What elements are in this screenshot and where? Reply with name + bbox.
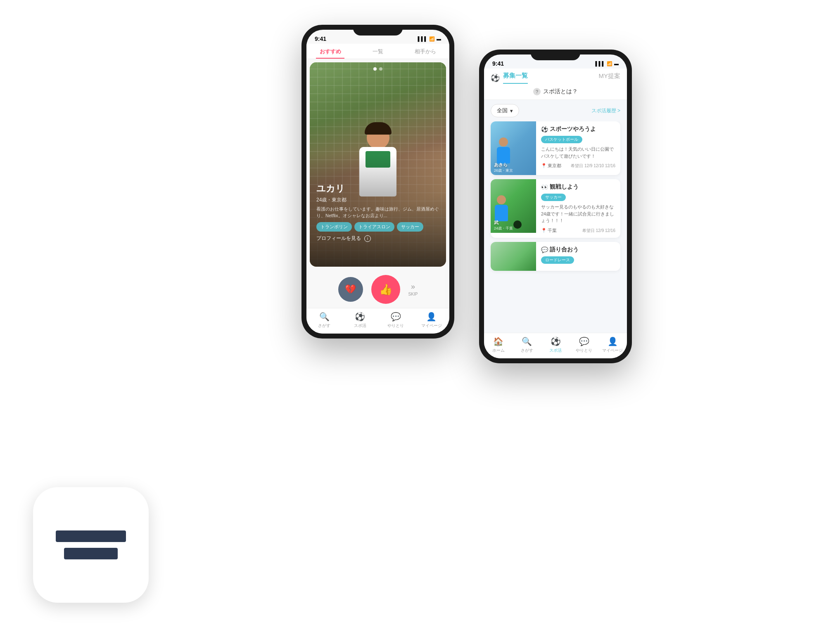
history-link[interactable]: スポ活履歴 > bbox=[591, 107, 620, 114]
like-button[interactable]: 👍 bbox=[371, 275, 400, 304]
wifi-icon: 📶 bbox=[429, 36, 435, 42]
right-nav-spokatsu[interactable]: ⚽ スポ活 bbox=[541, 336, 570, 353]
signal-icon: ▌▌▌ bbox=[418, 36, 427, 41]
person-icon: 👤 bbox=[426, 312, 437, 322]
filter-row: 全国 ▾ スポ活履歴 > bbox=[484, 100, 627, 121]
phones-container: 9:41 ▌▌▌ 📶 ▬ おすすめ 一覧 相手から bbox=[132, 25, 801, 619]
recruit-desc-1: こんにちは！天気のいい日に公園でバスケして遊びたいです！ bbox=[541, 146, 615, 159]
recruit-photo-2: 武 24歳・千葉 bbox=[491, 179, 536, 233]
right-chat-icon: 💬 bbox=[579, 336, 589, 346]
recruit-info-2: 👀 観戦しよう サッカー サッカー見るのもやるのも大好きな24歳です！一緒に試合… bbox=[536, 179, 620, 238]
right-person-icon: 👤 bbox=[608, 336, 618, 346]
recruit-meta-1: 📍 東京都 希望日 12/9 12/10 12/16 bbox=[541, 163, 615, 169]
skip-button[interactable]: » SKIP bbox=[408, 282, 418, 296]
nav-mypage-label: マイページ bbox=[421, 323, 442, 329]
nav-spokatsu[interactable]: ⚽ スポ活 bbox=[342, 312, 378, 329]
left-phone-screen: 9:41 ▌▌▌ 📶 ▬ おすすめ 一覧 相手から bbox=[306, 30, 449, 334]
tag-trampoline: トランポリン bbox=[316, 222, 352, 232]
chevron-down-icon: ▾ bbox=[510, 108, 513, 114]
right-nav-home[interactable]: 🏠 ホーム bbox=[484, 336, 513, 353]
profile-desc: 看護のお仕事をしています。趣味は旅行、ジム、居酒屋めぐり、Netflix。オシャ… bbox=[316, 206, 439, 219]
left-phone-notch bbox=[353, 25, 403, 36]
right-nav-mypage[interactable]: 👤 マイページ bbox=[598, 336, 627, 353]
right-status-icons: ▌▌▌ 📶 ▬ bbox=[596, 61, 619, 66]
tag-soccer: サッカー bbox=[397, 222, 423, 232]
left-phone: 9:41 ▌▌▌ 📶 ▬ おすすめ 一覧 相手から bbox=[301, 25, 454, 339]
action-buttons: 💔 👍 » SKIP bbox=[306, 270, 449, 308]
recruit-info-3: 💬 語り合おう ロードレース bbox=[536, 242, 620, 271]
right-wifi-icon: 📶 bbox=[607, 61, 612, 66]
pin-icon-1: 📍 bbox=[541, 163, 547, 168]
recruit-meta-2: 📍 千葉 希望日 12/9 12/16 bbox=[541, 227, 615, 234]
header-sport-icon: ⚽ bbox=[491, 73, 500, 83]
person-name-2: 武 bbox=[494, 220, 513, 226]
left-tabs: おすすめ 一覧 相手から bbox=[306, 44, 449, 59]
sport-tag-2: サッカー bbox=[541, 194, 566, 201]
right-phone: 9:41 ▌▌▌ 📶 ▬ ⚽ 募集一覧 MY提案 ? スポ活とは？ bbox=[479, 50, 632, 363]
right-signal-icon: ▌▌▌ bbox=[596, 61, 605, 66]
sport-tag-3: ロードレース bbox=[541, 256, 574, 264]
pin-icon-2: 📍 bbox=[541, 228, 547, 233]
tab-my-proposal[interactable]: MY提案 bbox=[599, 72, 621, 83]
title-icon-2: 👀 bbox=[541, 184, 548, 190]
recruit-info-1: ⚽ スポーツやろうよ バスケットボール こんにちは！天気のいい日に公園でバスケし… bbox=[536, 121, 620, 175]
spokatsu-text: スポ活とは？ bbox=[543, 88, 578, 95]
recruit-card-2[interactable]: 武 24歳・千葉 👀 観戦しよう サッカー サッカー見るのもやるのも大好きな24… bbox=[491, 179, 620, 238]
recruit-dates-2: 希望日 12/9 12/16 bbox=[582, 228, 615, 234]
info-icon: i bbox=[364, 235, 371, 242]
person-age-2: 24歳・千葉 bbox=[494, 226, 513, 231]
nav-sagasu-label: さがす bbox=[318, 323, 330, 329]
recruit-title-1: ⚽ スポーツやろうよ bbox=[541, 125, 615, 133]
app-icon-stripe-2 bbox=[64, 548, 118, 559]
left-bottom-nav: 🔍 さがす ⚽ スポ活 💬 やりとり 👤 マイページ bbox=[306, 308, 449, 334]
tab-recruit-list[interactable]: 募集一覧 bbox=[503, 72, 528, 84]
right-phone-screen: 9:41 ▌▌▌ 📶 ▬ ⚽ 募集一覧 MY提案 ? スポ活とは？ bbox=[484, 54, 627, 358]
left-status-icons: ▌▌▌ 📶 ▬ bbox=[418, 36, 441, 42]
nav-mypage[interactable]: 👤 マイページ bbox=[414, 312, 450, 329]
recruit-photo-1: あきら 26歳・東京 bbox=[491, 121, 536, 175]
nav-yaritori[interactable]: 💬 やりとり bbox=[378, 312, 414, 329]
dislike-button[interactable]: 💔 bbox=[338, 277, 363, 302]
dot-2 bbox=[379, 67, 382, 71]
right-nav-yaritori-label: やりとり bbox=[576, 348, 592, 353]
spokatsu-banner[interactable]: ? スポ活とは？ bbox=[484, 84, 627, 100]
profile-card: ユカリ 24歳・東京都 看護のお仕事をしています。趣味は旅行、ジム、居酒屋めぐり… bbox=[310, 62, 446, 267]
recruit-dates-1: 希望日 12/9 12/10 12/16 bbox=[571, 163, 615, 169]
right-phone-notch bbox=[531, 50, 580, 60]
recruit-location-2: 📍 千葉 bbox=[541, 227, 557, 234]
question-icon: ? bbox=[533, 88, 541, 95]
area-filter[interactable]: 全国 ▾ bbox=[491, 104, 519, 117]
right-nav-yaritori[interactable]: 💬 やりとり bbox=[570, 336, 598, 353]
right-search-icon: 🔍 bbox=[522, 336, 532, 346]
right-nav-mypage-label: マイページ bbox=[602, 348, 623, 353]
recruit-card-1[interactable]: あきら 26歳・東京 ⚽ スポーツやろうよ バスケットボール こんにちは！天気の… bbox=[491, 121, 620, 175]
dots-indicator bbox=[373, 67, 382, 71]
person-age-1: 26歳・東京 bbox=[494, 168, 513, 173]
right-bottom-nav: 🏠 ホーム 🔍 さがす ⚽ スポ活 💬 やりとり 👤 マイページ bbox=[484, 333, 627, 358]
tab-aitakara[interactable]: 相手から bbox=[402, 44, 449, 59]
home-icon: 🏠 bbox=[493, 336, 503, 346]
person-name-1: あきら bbox=[494, 162, 513, 168]
app-icon-stripes bbox=[56, 530, 126, 559]
tab-osusume[interactable]: おすすめ bbox=[306, 44, 354, 59]
battery-icon: ▬ bbox=[437, 36, 441, 41]
right-nav-sagasu[interactable]: 🔍 さがす bbox=[513, 336, 541, 353]
profile-view[interactable]: プロフィールを見る i bbox=[316, 235, 439, 242]
tab-ichiran[interactable]: 一覧 bbox=[354, 44, 401, 59]
profile-tags: トランポリン トライアスロン サッカー bbox=[316, 222, 439, 232]
nav-sagasu[interactable]: 🔍 さがす bbox=[306, 312, 342, 329]
right-nav-spokatsu-label: スポ活 bbox=[549, 348, 562, 353]
nav-spokatsu-label: スポ活 bbox=[354, 323, 366, 329]
profile-view-label: プロフィールを見る bbox=[316, 235, 361, 242]
recruit-card-3[interactable]: 💬 語り合おう ロードレース bbox=[491, 242, 620, 271]
right-header: ⚽ 募集一覧 MY提案 bbox=[484, 69, 627, 84]
profile-age: 24歳・東京都 bbox=[316, 197, 439, 204]
tag-triathlon: トライアスロン bbox=[354, 222, 394, 232]
recruit-location-1: 📍 東京都 bbox=[541, 163, 561, 169]
skip-icon: » bbox=[411, 282, 415, 291]
area-label: 全国 bbox=[497, 107, 508, 114]
recruit-title-3: 💬 語り合おう bbox=[541, 246, 615, 253]
profile-info: ユカリ 24歳・東京都 看護のお仕事をしています。趣味は旅行、ジム、居酒屋めぐり… bbox=[316, 182, 439, 242]
profile-name: ユカリ bbox=[316, 182, 439, 195]
chat-icon: 💬 bbox=[391, 312, 401, 322]
